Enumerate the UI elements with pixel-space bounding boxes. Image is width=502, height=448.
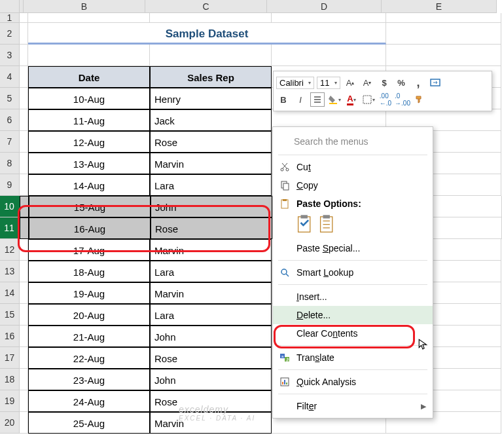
font-color-icon[interactable]: A▾	[344, 92, 359, 107]
decrease-font-icon[interactable]: A▾	[360, 75, 374, 90]
font-selector[interactable]: Calibri▾	[276, 77, 314, 89]
font-size-selector[interactable]: 11▾	[317, 77, 340, 89]
quick-analysis-icon	[278, 375, 291, 388]
svg-rect-1	[329, 103, 337, 104]
svg-rect-10	[301, 215, 308, 219]
row-header-1[interactable]: 1	[0, 13, 20, 23]
col-header-d[interactable]: D	[267, 0, 382, 13]
svg-rect-2	[363, 96, 371, 103]
svg-rect-12	[323, 215, 330, 219]
format-painter-icon[interactable]	[412, 92, 427, 107]
border-icon[interactable]: ▾	[361, 92, 376, 107]
menu-cut[interactable]: Cut	[273, 158, 433, 176]
menu-translate[interactable]: aあ Translate	[273, 348, 433, 367]
col-header-e[interactable]: E	[382, 0, 497, 13]
percent-icon[interactable]: %	[394, 75, 408, 90]
svg-rect-21	[286, 383, 287, 384]
menu-delete[interactable]: Delete...	[273, 306, 433, 324]
col-header-c[interactable]: C	[145, 0, 267, 13]
decrease-decimal-icon[interactable]: .00←.0	[378, 92, 393, 107]
lookup-icon	[278, 266, 291, 279]
menu-copy[interactable]: Copy	[273, 176, 433, 195]
menu-clear-contents[interactable]: Clear Contents	[273, 324, 433, 343]
fill-color-icon[interactable]: ▾	[327, 92, 342, 107]
table-row: 2 Sample Dataset	[0, 23, 502, 45]
header-date[interactable]: Date	[28, 66, 150, 88]
select-all-corner[interactable]	[0, 0, 20, 13]
header-rep[interactable]: Sales Rep	[150, 66, 272, 88]
menu-search-input[interactable]: Search the menus	[291, 134, 426, 149]
italic-icon[interactable]: I	[293, 92, 308, 107]
svg-rect-6	[283, 183, 289, 190]
svg-point-4	[286, 168, 289, 171]
row-header-4[interactable]: 4	[0, 66, 20, 88]
svg-text:あ: あ	[286, 358, 290, 362]
merge-icon[interactable]	[428, 75, 442, 90]
copy-icon	[278, 179, 291, 192]
chevron-right-icon: ▶	[421, 402, 426, 411]
col-header-b[interactable]: B	[24, 0, 145, 13]
svg-point-3	[281, 168, 283, 171]
comma-icon[interactable]: ,	[411, 75, 425, 90]
cut-icon	[278, 160, 291, 174]
increase-decimal-icon[interactable]: .0→.00	[395, 92, 410, 107]
menu-paste-special[interactable]: Paste Special...	[273, 239, 433, 257]
paste-normal-icon[interactable]	[296, 215, 314, 234]
row-header-3[interactable]: 3	[0, 45, 20, 66]
paste-values-icon[interactable]	[319, 215, 336, 234]
mini-toolbar: Calibri▾ 11▾ A▴ A▾ $ % , B I ▾ A▾ ▾ .00←…	[273, 71, 492, 111]
title-cell[interactable]: Sample Dataset	[28, 23, 386, 45]
table-row: 1	[0, 13, 502, 23]
context-menu: Search the menus Cut Copy Paste Options:…	[272, 126, 433, 419]
paste-icon	[278, 197, 291, 210]
menu-paste-options: Paste Options:	[273, 195, 433, 213]
menu-filter[interactable]: Filter ▶	[273, 397, 433, 415]
svg-rect-8	[283, 199, 287, 201]
table-row: 3	[0, 45, 502, 66]
align-icon[interactable]	[310, 92, 325, 107]
menu-smart-lookup[interactable]: Smart Lookup	[273, 263, 433, 282]
currency-icon[interactable]: $	[377, 75, 391, 90]
row-header-2[interactable]: 2	[0, 23, 20, 45]
bold-icon[interactable]: B	[276, 92, 291, 107]
svg-point-13	[281, 269, 287, 274]
increase-font-icon[interactable]: A▴	[343, 75, 357, 90]
translate-icon: aあ	[278, 351, 291, 364]
svg-rect-20	[284, 380, 285, 384]
menu-quick-analysis[interactable]: Quick Analysis	[273, 373, 433, 391]
watermark: exceldemy EXCEL · DATA · AI	[179, 404, 255, 422]
svg-rect-19	[282, 382, 283, 384]
menu-insert[interactable]: Insert...	[273, 288, 433, 306]
column-headers: B C D E	[0, 0, 502, 13]
